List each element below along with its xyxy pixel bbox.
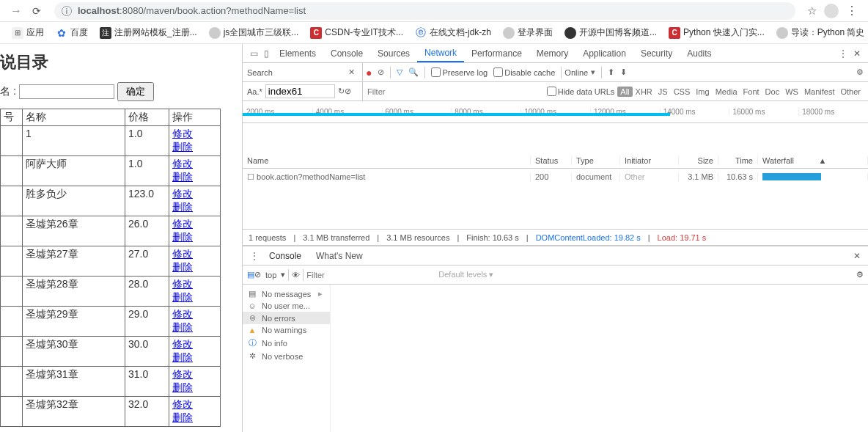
context-select[interactable]: top [261,271,281,279]
msg-no-user[interactable]: ☺No user me... [243,300,330,312]
tab-sources[interactable]: Sources [370,44,417,62]
refresh-search-icon[interactable]: ↻ [338,87,345,96]
console-settings-icon[interactable]: ⚙ [856,270,864,279]
network-settings-icon[interactable]: ⚙ [856,67,864,77]
apps-shortcut[interactable]: ⊞应用 [12,26,44,39]
edit-link[interactable]: 修改 [172,128,193,141]
bm-login[interactable]: 登录界面 [503,26,553,39]
live-expr-icon[interactable]: 👁 [292,271,300,279]
edit-link[interactable]: 修改 [172,398,193,411]
delete-link[interactable]: 删除 [172,381,193,395]
edit-link[interactable]: 修改 [172,218,193,231]
drawer-menu-icon[interactable]: ⋮ [247,251,262,261]
delete-link[interactable]: 删除 [172,171,193,184]
bm-js[interactable]: js全国城市三级联... [209,26,299,39]
tab-application[interactable]: Application [575,44,633,62]
level-select[interactable]: Default levels ▾ [438,270,493,279]
search-close-icon[interactable]: ✕ [345,67,358,77]
edit-link[interactable]: 修改 [172,278,193,291]
edit-link[interactable]: 修改 [172,338,193,351]
tab-memory[interactable]: Memory [529,44,575,62]
url-bar[interactable]: i localhost:8080/maven/book.action?metho… [54,2,795,20]
name-input[interactable] [19,84,114,99]
edit-link[interactable]: 修改 [172,308,193,321]
confirm-button[interactable]: 确定 [117,82,154,101]
filter-manifest[interactable]: Manifest [801,87,838,96]
network-request-row[interactable]: ☐ book.action?methodName=list 200 docume… [243,169,868,185]
console-sidebar-toggle-icon[interactable]: ▤ [247,270,254,279]
bm-python[interactable]: CPython 快速入门实... [669,26,765,39]
col-net-size[interactable]: Size [679,156,718,165]
throttling-select[interactable]: Online [564,68,588,77]
delete-link[interactable]: 删除 [172,321,193,334]
msg-no-info[interactable]: ⓘNo info [243,336,330,350]
filter-other[interactable]: Other [837,87,864,96]
devtools-close-icon[interactable]: ✕ [850,48,864,59]
hide-data-urls-checkbox[interactable]: Hide data URLs [544,87,618,96]
col-net-status[interactable]: Status [531,156,572,165]
delete-link[interactable]: 删除 [172,261,193,274]
search-icon[interactable]: 🔍 [405,67,422,77]
edit-link[interactable]: 修改 [172,158,193,171]
filter-font[interactable]: Font [740,87,762,96]
col-net-initiator[interactable]: Initiator [620,156,679,165]
msg-no-warnings[interactable]: ▲No warnings [243,324,330,336]
delete-link[interactable]: 删除 [172,351,193,365]
edit-link[interactable]: 修改 [172,248,193,261]
tab-performance[interactable]: Performance [464,44,529,62]
profile-avatar[interactable] [824,4,839,18]
bm-baidu[interactable]: ✿百度 [56,26,88,39]
bm-csdn[interactable]: CCSDN-专业IT技术... [310,26,403,39]
filter-doc[interactable]: Doc [762,87,783,96]
bm-online[interactable]: ⓔ在线文档-jdk-zh [415,26,491,39]
bm-reg[interactable]: 注注册网站模板_注册... [100,26,197,39]
disable-cache-checkbox[interactable]: Disable cache [490,67,558,77]
msg-no-messages[interactable]: ▤No messages▸ [243,288,330,300]
bm-guide[interactable]: 导读：Python 简史 [776,26,865,39]
delete-link[interactable]: 删除 [172,201,193,214]
msg-no-errors[interactable]: ⊗No errors [243,312,330,324]
delete-link[interactable]: 删除 [172,411,193,425]
nav-forward-icon[interactable]: → [6,4,26,18]
tab-elements[interactable]: Elements [272,44,323,62]
edit-link[interactable]: 修改 [172,188,193,201]
delete-link[interactable]: 删除 [172,291,193,304]
console-clear-icon[interactable]: ⊘ [254,270,261,279]
delete-link[interactable]: 删除 [172,141,193,154]
filter-ws[interactable]: WS [782,87,801,96]
clear-search-icon[interactable]: ⊘ [345,87,351,96]
timeline[interactable]: 2000 ms 4000 ms 6000 ms 8000 ms 10000 ms… [243,101,868,123]
tab-audits[interactable]: Audits [680,44,718,62]
bookmark-star-icon[interactable]: ☆ [803,4,821,18]
drawer-close-icon[interactable]: ✕ [850,251,864,261]
site-info-icon[interactable]: i [62,6,72,16]
download-har-icon[interactable]: ⬇ [617,67,630,77]
search-input[interactable] [265,84,335,98]
chrome-menu-icon[interactable]: ⋮ [842,4,862,18]
tab-security[interactable]: Security [633,44,680,62]
filter-img[interactable]: Img [693,87,712,96]
inspect-icon[interactable]: ▭ [247,48,261,59]
clear-icon[interactable]: ⊘ [375,67,387,77]
filter-xhr[interactable]: XHR [633,87,655,96]
tab-console[interactable]: Console [323,44,370,62]
match-case[interactable]: Aa [247,87,257,96]
filter-media[interactable]: Media [713,87,740,96]
reload-icon[interactable]: ⟳ [26,5,47,17]
regex-toggle[interactable]: .* [257,87,262,96]
devtools-menu-icon[interactable]: ⋮ [836,48,850,59]
device-toggle-icon[interactable]: ▯ [261,48,272,59]
filter-icon[interactable]: ▽ [394,67,405,77]
col-net-time[interactable]: Time [718,156,758,165]
delete-link[interactable]: 删除 [172,231,193,244]
drawer-tab-console[interactable]: Console [262,246,309,265]
msg-no-verbose[interactable]: ✲No verbose [243,350,330,362]
drawer-tab-whatsnew[interactable]: What's New [309,246,370,265]
col-net-name[interactable]: Name [243,156,531,165]
filter-all[interactable]: All [617,87,632,97]
console-filter-input[interactable] [306,271,438,279]
tab-network[interactable]: Network [417,44,464,62]
record-icon[interactable]: ● [363,67,375,78]
bm-osc[interactable]: 开源中国博客频道... [564,26,657,39]
filter-js[interactable]: JS [655,87,671,96]
